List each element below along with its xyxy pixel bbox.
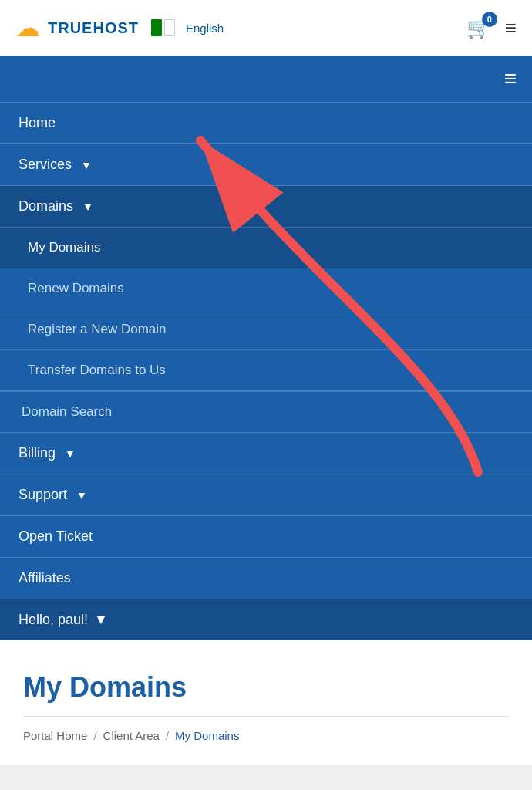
domains-label: Domains	[19, 198, 73, 214]
header-right: 🛒 0 ≡	[466, 16, 517, 40]
sidebar-item-services[interactable]: Services ▼	[0, 144, 532, 185]
sidebar-item-billing[interactable]: Billing ▼	[0, 433, 532, 474]
renew-domains-label: Renew Domains	[28, 281, 124, 295]
sidebar-item-domains[interactable]: Domains ▼	[0, 186, 532, 227]
affiliates-label: Affiliates	[19, 570, 71, 586]
sidebar-item-hello[interactable]: Hello, paul! ▼	[0, 599, 532, 640]
header-hamburger-icon[interactable]: ≡	[505, 16, 517, 40]
sidebar-item-support[interactable]: Support ▼	[0, 474, 532, 515]
support-label: Support	[19, 487, 67, 503]
nav-bar: ≡	[0, 56, 532, 102]
cart-wrapper[interactable]: 🛒 0	[466, 16, 491, 40]
sidebar-item-my-domains[interactable]: My Domains	[0, 227, 532, 268]
hello-arrow-icon: ▼	[94, 612, 108, 628]
my-domains-label: My Domains	[28, 240, 100, 255]
sidebar-item-register-domain[interactable]: Register a New Domain	[0, 309, 532, 349]
breadcrumb-sep-1: /	[93, 729, 96, 742]
nav-hamburger-icon[interactable]: ≡	[504, 66, 517, 91]
breadcrumb-client[interactable]: Client Area	[103, 729, 160, 742]
logo-text: TRUEHOST	[48, 19, 139, 37]
transfer-domains-label: Transfer Domains to Us	[28, 363, 166, 377]
flag-green	[151, 19, 162, 36]
hello-label: Hello, paul!	[19, 612, 88, 628]
sidebar-item-open-ticket[interactable]: Open Ticket	[0, 516, 532, 557]
cart-badge: 0	[482, 12, 497, 27]
sidebar-item-home[interactable]: Home	[0, 103, 532, 143]
domains-arrow-icon: ▼	[82, 201, 93, 213]
billing-label: Billing	[19, 445, 56, 461]
main-menu: Home Services ▼ Domains ▼ My Domains Ren…	[0, 102, 532, 640]
services-arrow-icon: ▼	[81, 159, 92, 171]
billing-arrow-icon: ▼	[65, 447, 76, 460]
cloud-icon: ☁	[15, 13, 40, 42]
breadcrumb-divider	[23, 716, 509, 717]
domain-search-label: Domain Search	[22, 404, 112, 419]
breadcrumb: Portal Home / Client Area / My Domains	[23, 729, 509, 742]
sidebar-item-affiliates[interactable]: Affiliates	[0, 558, 532, 599]
sidebar-item-domain-search[interactable]: Domain Search	[0, 391, 532, 432]
sidebar-item-renew-domains[interactable]: Renew Domains	[0, 268, 532, 309]
register-domain-label: Register a New Domain	[28, 322, 167, 336]
support-arrow-icon: ▼	[76, 489, 87, 501]
home-label: Home	[19, 115, 56, 131]
header-left: ☁ TRUEHOST English	[15, 13, 224, 42]
flag-white	[164, 19, 175, 36]
flag-icons	[151, 19, 175, 36]
breadcrumb-sep-2: /	[166, 729, 169, 742]
breadcrumb-portal[interactable]: Portal Home	[23, 729, 87, 742]
language-selector[interactable]: English	[186, 22, 224, 35]
open-ticket-label: Open Ticket	[19, 528, 93, 545]
page-content: My Domains Portal Home / Client Area / M…	[0, 640, 532, 765]
header: ☁ TRUEHOST English 🛒 0 ≡	[0, 0, 532, 56]
page-title: My Domains	[23, 671, 509, 704]
services-label: Services	[19, 157, 72, 173]
breadcrumb-current: My Domains	[175, 729, 239, 742]
sidebar-item-transfer-domains[interactable]: Transfer Domains to Us	[0, 349, 532, 390]
